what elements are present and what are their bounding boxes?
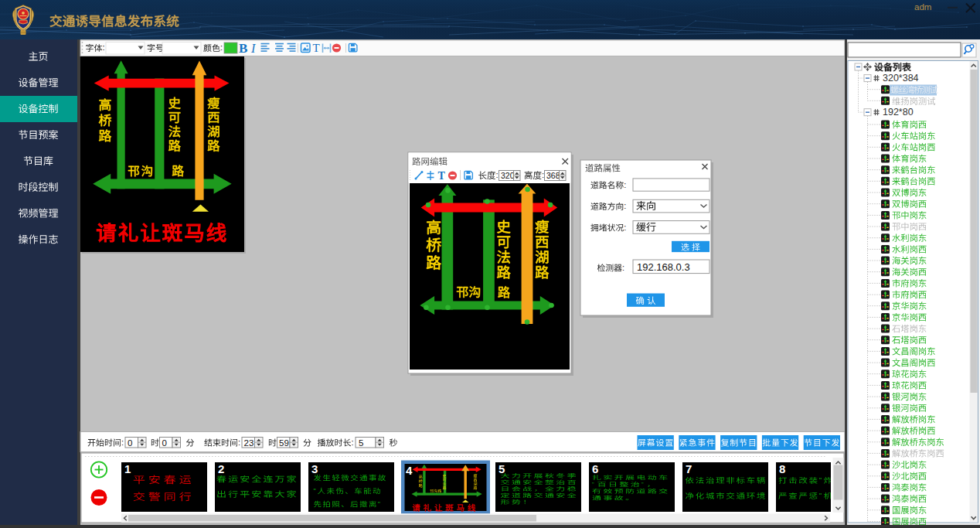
svg-text::: : [542, 170, 544, 179]
svg-text:1: 1 [124, 462, 131, 475]
svg-text:7: 7 [686, 462, 692, 475]
svg-text:": " [378, 500, 380, 508]
svg-text:": " [641, 481, 644, 488]
svg-text:192*80: 192*80 [883, 107, 914, 118]
svg-text:6: 6 [592, 462, 598, 475]
svg-text:": " [592, 481, 594, 488]
svg-text:320*384: 320*384 [883, 73, 919, 83]
svg-text::: : [121, 438, 124, 447]
svg-text:192.168.0.3: 192.168.0.3 [637, 261, 690, 273]
svg-text:": " [819, 475, 822, 484]
svg-text::: : [624, 201, 626, 210]
svg-text:0: 0 [128, 438, 132, 448]
svg-text:": " [819, 491, 822, 499]
svg-text:59: 59 [279, 438, 289, 448]
svg-text::: : [103, 43, 105, 52]
svg-text:0: 0 [162, 438, 167, 448]
svg-text:320: 320 [501, 171, 515, 180]
svg-text::: : [622, 263, 624, 272]
svg-text:5: 5 [359, 438, 363, 448]
svg-text:I: I [250, 42, 256, 55]
svg-text:368: 368 [546, 171, 560, 180]
svg-text:2: 2 [218, 462, 224, 475]
svg-text:B: B [239, 41, 247, 56]
svg-text::: : [496, 170, 499, 179]
svg-text:4: 4 [406, 464, 413, 477]
svg-text:23: 23 [244, 438, 254, 448]
svg-text:": " [314, 487, 316, 495]
svg-text::: : [624, 223, 626, 232]
svg-text::: : [220, 43, 223, 52]
svg-text:T: T [438, 170, 446, 182]
svg-text:8: 8 [779, 462, 785, 475]
svg-text::: : [238, 438, 240, 447]
svg-text:5: 5 [499, 462, 505, 475]
svg-text:3: 3 [311, 462, 318, 475]
svg-text::: : [352, 438, 354, 447]
svg-text:T: T [313, 42, 320, 54]
svg-text:adm: adm [914, 2, 931, 12]
svg-text::: : [624, 180, 626, 189]
